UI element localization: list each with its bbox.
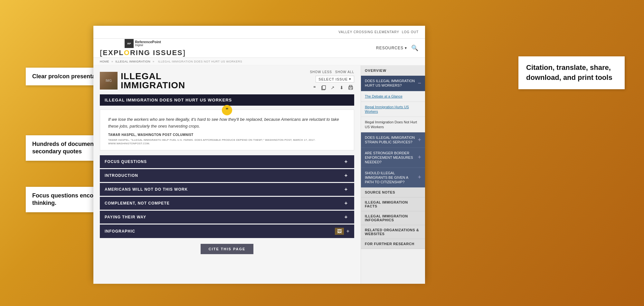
show-all-button[interactable]: SHOW ALL <box>335 70 354 74</box>
sidebar-item-not-hurt[interactable]: Illegal Immigration Does Not Hurt US Wor… <box>361 117 425 132</box>
plus-icon: + <box>418 154 421 161</box>
sidebar-item-related[interactable]: RELATED ORGANIZATIONS & WEBSITES <box>361 225 425 239</box>
infographic-icon: 🖼 <box>335 228 344 235</box>
print-icon[interactable] <box>347 84 354 91</box>
article-header-left: IMG ILLEGAL IMMIGRATION <box>100 72 185 90</box>
plus-icon: + <box>418 174 421 181</box>
sidebar-item-path[interactable]: SHOULD ILLEGAL IMMIGRANTS BE GIVEN A PAT… <box>361 168 425 188</box>
article-thumbnail: IMG <box>100 72 118 90</box>
sidebar-overview: OVERVIEW <box>361 65 425 76</box>
sidebar-item-debate-glance[interactable]: The Debate at a Glance <box>361 91 425 102</box>
quote-block: " If we lose the workers who are here il… <box>100 110 354 150</box>
resources-button[interactable]: RESOURCES ▾ <box>376 46 407 50</box>
share-icon[interactable]: ↗ <box>329 84 336 91</box>
show-less-button[interactable]: SHOW LESS <box>310 70 332 74</box>
quote-source: TAMAR HASPEL, "ILLEGAL IMMIGRANTS HELP F… <box>108 138 346 145</box>
breadcrumb: HOME » ILLEGAL IMMIGRATION » ILLEGAL IMM… <box>93 58 425 65</box>
breadcrumb-current: ILLEGAL IMMIGRATION DOES NOT HURT US WOR… <box>158 60 242 63</box>
expand-icon: + <box>343 172 349 179</box>
main-window: VALLEY CROSSING ELEMENTARY LOG OUT RP Re… <box>93 26 425 280</box>
chevron-down-icon: ▾ <box>349 77 351 81</box>
expand-icon: + <box>343 200 349 206</box>
section-americans[interactable]: AMERICANS WILL NOT DO THIS WORK + <box>100 183 354 196</box>
minus-icon: − <box>418 80 421 87</box>
sidebar-item-facts[interactable]: ILLEGAL IMMIGRATION FACTS <box>361 197 425 211</box>
article-controls: SHOW LESS SHOW ALL SELECT ISSUE ▾ ❝ <box>310 70 354 91</box>
sidebar-item-further-research[interactable]: FOR FURTHER RESEARCH <box>361 239 425 249</box>
section-complement[interactable]: COMPLEMENT, NOT COMPETE + <box>100 197 354 210</box>
article-title-area: ILLEGAL IMMIGRATION <box>121 72 185 90</box>
breadcrumb-home[interactable]: HOME <box>100 60 109 63</box>
callout-tools: Citation, translate, share, download, an… <box>518 56 625 89</box>
expand-icon: + <box>343 186 349 193</box>
article-thumb-image: IMG <box>100 72 118 90</box>
header-right: RESOURCES ▾ 🔍 <box>376 44 419 52</box>
logout-link[interactable]: LOG OUT <box>402 30 419 34</box>
download-icon[interactable]: ⬇ <box>338 84 345 91</box>
cite-btn-container: CITE THIS PAGE <box>100 239 354 259</box>
section-header: ILLEGAL IMMIGRATION DOES NOT HURT US WOR… <box>100 94 354 106</box>
content-area: IMG ILLEGAL IMMIGRATION SHOW LESS SHOW A… <box>93 65 425 284</box>
toolbar-icons: ❝ ↗ ⬇ <box>311 84 354 91</box>
expand-icon: + <box>343 158 349 165</box>
article-title: ILLEGAL IMMIGRATION <box>121 72 185 90</box>
section-infographic[interactable]: INFOGRAPHIC 🖼 + <box>100 225 354 238</box>
sidebar-item-hurts[interactable]: Illegal Immigration Hurts US Workers <box>361 102 425 117</box>
sidebar-item-source-notes[interactable]: SOURCE NOTES <box>361 187 425 197</box>
right-sidebar: OVERVIEW DOES ILLEGAL IMMIGRATION HURT U… <box>361 65 425 284</box>
breadcrumb-separator: » <box>111 60 113 63</box>
sidebar-item-does-hurt[interactable]: DOES ILLEGAL IMMIGRATION HURT US WORKERS… <box>361 76 425 91</box>
main-content: IMG ILLEGAL IMMIGRATION SHOW LESS SHOW A… <box>93 65 361 284</box>
select-issue-dropdown[interactable]: SELECT ISSUE ▾ <box>316 76 354 82</box>
sidebar-item-border[interactable]: ARE STRONGER BORDER ENFORCEMENT MEASURES… <box>361 148 425 168</box>
site-header: RP ReferencePoint Digital [EXPLORING ISS… <box>93 39 425 58</box>
article-header-row: IMG ILLEGAL IMMIGRATION SHOW LESS SHOW A… <box>100 70 354 91</box>
quote-text: If we lose the workers who are here ille… <box>108 116 346 130</box>
svg-rect-3 <box>349 85 352 87</box>
user-institution: VALLEY CROSSING ELEMENTARY <box>338 30 399 34</box>
site-title: [EXPLORING ISSUES] <box>100 49 186 57</box>
chevron-down-icon: ▾ <box>405 46 407 50</box>
section-introduction[interactable]: INTRODUCTION + <box>100 169 354 182</box>
cite-this-page-button[interactable]: CITE THIS PAGE <box>201 244 254 254</box>
expand-icon: + <box>346 228 349 234</box>
section-paying[interactable]: PAYING THEIR WAY + <box>100 211 354 224</box>
logo-icon: RP <box>125 39 134 48</box>
user-bar: VALLEY CROSSING ELEMENTARY LOG OUT <box>93 26 425 39</box>
logo: RP ReferencePoint Digital <box>125 39 161 48</box>
breadcrumb-separator2: » <box>153 60 155 63</box>
expand-icon: + <box>343 214 349 220</box>
section-focus-questions[interactable]: FOCUS QUESTIONS + <box>100 155 354 168</box>
logo-area: RP ReferencePoint Digital [EXPLORING ISS… <box>100 39 186 57</box>
svg-rect-1 <box>322 86 326 89</box>
logo-text: ReferencePoint Digital <box>135 40 161 47</box>
sidebar-item-infographics[interactable]: ILLEGAL IMMIGRATION INFOGRAPHICS <box>361 211 425 225</box>
citation-icon[interactable]: ❝ <box>311 84 318 91</box>
sidebar-item-strain[interactable]: DOES ILLEGAL IMMIGRATION STRAIN PUBLIC S… <box>361 132 425 148</box>
quote-attribution: TAMAR HASPEL, WASHINGTON POST COLUMNIST <box>108 133 346 137</box>
search-icon[interactable]: 🔍 <box>411 44 419 52</box>
copy-icon[interactable] <box>320 84 327 91</box>
svg-rect-4 <box>349 88 352 90</box>
quote-mark-icon: " <box>222 105 232 115</box>
breadcrumb-illegal-immigration[interactable]: ILLEGAL IMMIGRATION <box>116 60 151 63</box>
plus-icon: + <box>418 136 421 144</box>
show-controls: SHOW LESS SHOW ALL <box>310 70 354 74</box>
